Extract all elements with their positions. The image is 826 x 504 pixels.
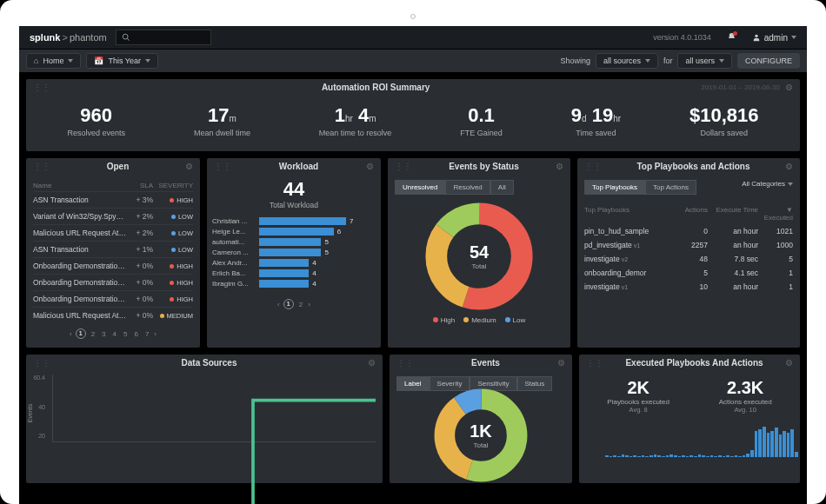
tab[interactable]: Top Playbooks [584, 180, 645, 195]
gear-icon[interactable]: ⚙ [185, 162, 193, 171]
bar-row: Alex Andr...4 [212, 259, 376, 267]
for-label: for [663, 56, 673, 65]
table-row[interactable]: onboarding_demor54.1 sec1 [584, 266, 793, 280]
table-row[interactable]: Onboarding Demonstration Event+ 0%HIGH [33, 290, 193, 307]
gear-icon[interactable]: ⚙ [785, 162, 793, 171]
brand-logo: splunk>phantom [30, 32, 107, 43]
gear-icon[interactable]: ⚙ [556, 162, 563, 171]
users-select[interactable]: all users [677, 53, 732, 69]
drag-icon[interactable]: ⋮⋮ [586, 358, 603, 368]
drag-icon[interactable]: ⋮⋮ [33, 358, 50, 368]
kpi: 9d 19hrTime saved [571, 106, 621, 137]
open-panel: ⋮⋮Open⚙ NameSLASEVERITY ASN Transaction+… [26, 158, 200, 348]
notifications-icon[interactable] [727, 32, 736, 43]
kpi: 960Resolved events [67, 106, 125, 137]
drag-icon[interactable]: ⋮⋮ [33, 162, 50, 171]
kpi: 17mMean dwell time [194, 106, 250, 137]
svg-point-2 [755, 35, 757, 37]
tab[interactable]: All [490, 180, 514, 195]
pager[interactable]: ‹12› [207, 294, 381, 313]
pager[interactable]: ‹1234567› [33, 323, 193, 342]
events-panel: ⋮⋮Events⚙ LabelSeveritySensitivityStatus… [390, 355, 572, 483]
search-input[interactable] [116, 30, 211, 45]
drag-icon[interactable]: ⋮⋮ [395, 162, 412, 171]
svg-point-0 [123, 34, 128, 39]
table-row[interactable]: Malicious URL Request Attempt+ 0%MEDIUM [33, 307, 193, 323]
playbooks-panel: ⋮⋮Top Playbooks and Actions⚙ Top Playboo… [577, 158, 800, 348]
gear-icon[interactable]: ⚙ [785, 358, 793, 368]
drag-icon[interactable]: ⋮⋮ [584, 162, 602, 171]
gear-icon[interactable]: ⚙ [785, 83, 793, 92]
table-row[interactable]: Onboarding Demonstration Event+ 0%HIGH [33, 257, 193, 274]
workload-panel: ⋮⋮Workload⚙ 44Total Workload Christian .… [207, 158, 381, 348]
events-status-panel: ⋮⋮Events by Status⚙ UnresolvedResolvedAl… [388, 158, 570, 348]
roi-panel: ⋮⋮ Automation ROI Summary 2019-01-01 – 2… [26, 79, 800, 151]
table-row[interactable]: pd_investigatev12257an hour1000 [584, 238, 793, 252]
gear-icon[interactable]: ⚙ [557, 358, 565, 368]
tab[interactable]: Top Actions [645, 180, 696, 195]
home-button[interactable]: ⌂Home [26, 53, 81, 69]
bar-row: Christian ...7 [212, 217, 376, 225]
table-row[interactable]: Variant of Win32/Spy.SpyEye.AN+ 2%LOW [33, 208, 193, 224]
kpi: 1hr 4mMean time to resolve [319, 106, 392, 137]
version-label: version 4.0.1034 [653, 33, 711, 42]
showing-label: Showing [560, 56, 590, 65]
period-select[interactable]: 📅This Year [86, 53, 158, 69]
bar-row: Helge Le...6 [212, 228, 376, 235]
tab[interactable]: Label [396, 376, 430, 391]
configure-button[interactable]: CONFIGURE [737, 53, 800, 69]
datasources-panel: ⋮⋮Data Sources⚙ Events 60.44020 [26, 355, 383, 483]
bar-row: Cameron ...5 [212, 249, 376, 256]
kpi: $10,816Dollars saved [689, 106, 759, 137]
drag-icon[interactable]: ⋮⋮ [396, 358, 414, 368]
category-select[interactable]: All Categories [742, 180, 793, 188]
table-row[interactable]: Onboarding Demonstration Event+ 0%HIGH [33, 274, 193, 290]
kpi: 0.1FTE Gained [460, 106, 503, 137]
panel-title: Automation ROI Summary [50, 83, 701, 92]
sources-select[interactable]: all sources [596, 53, 658, 69]
table-row[interactable]: investigatev2487.8 sec5 [584, 252, 793, 266]
tab[interactable]: Unresolved [395, 180, 445, 195]
user-menu[interactable]: admin [752, 33, 796, 43]
gear-icon[interactable]: ⚙ [368, 358, 376, 368]
tab[interactable]: Resolved [445, 180, 490, 195]
table-row[interactable]: investigatev110an hour1 [584, 280, 793, 294]
table-row[interactable]: ASN Transaction+ 3%HIGH [33, 191, 193, 208]
table-row[interactable]: Malicious URL Request Attempt+ 2%LOW [33, 224, 193, 241]
bar-row: Erlich Ba...4 [212, 269, 376, 277]
bar-row: Ibragim G...4 [212, 280, 376, 288]
svg-line-1 [127, 38, 130, 41]
drag-icon[interactable]: ⋮⋮ [33, 83, 50, 92]
navbar: ⌂Home 📅This Year Showing all sources for… [19, 50, 807, 72]
table-row[interactable]: pin_to_hud_sample0an hour1021 [584, 224, 793, 238]
bar-row: automati...5 [212, 238, 376, 246]
topbar: splunk>phantom version 4.0.1034 admin [19, 26, 807, 50]
executed-panel: ⋮⋮Executed Playbooks And Actions⚙ 2KPlay… [579, 355, 800, 483]
gear-icon[interactable]: ⚙ [366, 162, 374, 171]
drag-icon[interactable]: ⋮⋮ [214, 162, 231, 171]
table-row[interactable]: ASN Transaction+ 1%LOW [33, 241, 193, 257]
